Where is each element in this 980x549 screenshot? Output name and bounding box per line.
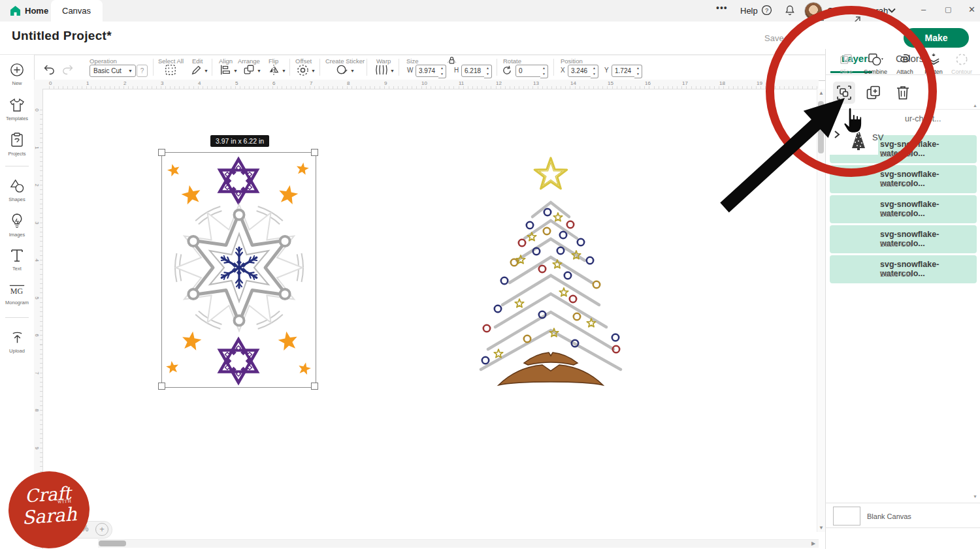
operation-help-button[interactable]: ? [137,65,148,77]
sidebar-item-templates[interactable]: Templates [0,98,34,121]
lightbulb-icon [10,213,24,228]
blank-canvas-swatch[interactable] [833,507,860,525]
layer-row[interactable]: svg-snowflake-watercolo... Basic Cut [830,225,977,253]
panel-scroll-up[interactable]: ▲ [973,103,977,108]
y-label: Y [604,67,609,74]
help-label[interactable]: Help [740,6,758,16]
monogram-icon: MG [8,282,25,296]
selection-handle-bottom-left[interactable] [158,383,165,390]
rotate-input[interactable]: 0 [515,65,541,77]
canvas-horizontal-scrollbar-thumb[interactable] [99,541,126,546]
christmas-tree-design[interactable] [477,155,624,387]
ruler-number: 16 [645,80,651,86]
height-stepper[interactable]: ▲▼ [484,65,492,78]
ruler-number: 4 [198,80,201,86]
ruler-number: 14 [570,80,576,86]
y-input[interactable]: 1.724 [612,65,635,77]
flip-icon[interactable] [268,64,280,76]
home-icon[interactable] [9,5,22,17]
ruler-number: 10 [421,80,427,86]
size-label: Size [406,57,418,65]
arrange-icon[interactable] [243,64,255,76]
tab-canvas-label[interactable]: Canvas [62,6,91,16]
ruler-number: 5 [34,296,40,299]
selection-handle-top-right[interactable] [311,149,318,156]
edit-pencil-icon[interactable] [191,64,203,76]
help-icon[interactable]: ? [761,5,772,16]
ruler-horizontal: 012345678910111213141516171819 [34,80,819,89]
rotate-stepper[interactable]: ▲▼ [540,65,548,78]
ruler-number: 0 [34,108,40,111]
selection-handle-bottom-right[interactable] [311,383,318,390]
sidebar-item-monogram[interactable]: MG Monogram [0,282,34,306]
window-minimize-button[interactable]: – [921,5,926,14]
sidebar-item-text[interactable]: Text [0,248,34,272]
warp-icon[interactable] [375,64,388,76]
ruler-number: 15 [608,80,613,86]
layer-row[interactable]: svg-snowflake-watercolo... Basic Cut [830,255,977,283]
width-stepper[interactable]: ▲▼ [438,65,446,78]
text-icon [10,248,24,262]
clipboard-icon [10,133,24,148]
scroll-down-arrow[interactable]: ▼ [819,525,824,531]
ruler-number: 6 [34,334,40,336]
more-menu-button[interactable]: ••• [716,3,728,13]
ruler-number: 7 [34,371,40,374]
ruler-number: 12 [496,80,502,86]
selection-handle-top-left[interactable] [158,149,165,156]
layer-row[interactable]: svg-snowflake-watercolo... Basic Cut [830,195,977,223]
tab-home[interactable]: Home [25,6,48,16]
sidebar-item-projects[interactable]: Projects [0,133,34,157]
align-caret[interactable]: ▼ [233,69,238,73]
offset-icon[interactable] [297,64,309,76]
ruler-number: 19 [757,80,762,86]
operation-select[interactable]: Basic Cut▼ [90,65,136,77]
ruler-number: 9 [34,447,40,449]
ruler-number: 3 [161,80,163,86]
window-maximize-button[interactable]: ▢ [945,5,951,14]
ruler-number: 5 [235,80,238,86]
edit-caret[interactable]: ▼ [204,69,208,73]
panel-scroll-down[interactable]: ▼ [973,494,977,499]
zoom-in-button[interactable]: + [95,523,108,536]
create-sticker-icon[interactable] [336,64,348,76]
operation-label: Operation [90,57,117,65]
contour-icon [955,53,968,66]
arrange-caret[interactable]: ▼ [257,69,261,73]
contour-button[interactable]: Contour [947,51,976,75]
bell-icon[interactable] [784,4,796,16]
blank-canvas-label: Blank Canvas [867,512,911,520]
chevron-down-icon[interactable] [887,7,896,14]
page-title: Untitled Project* [12,29,112,43]
scroll-right-arrow[interactable]: ▶ [811,541,815,546]
window-close-button[interactable]: ✕ [968,5,975,14]
y-stepper[interactable]: ▲▼ [634,65,642,78]
new-icon [10,63,24,77]
sidebar-item-shapes[interactable]: Shapes [0,179,34,202]
create-sticker-caret[interactable]: ▼ [350,69,355,73]
warp-caret[interactable]: ▼ [390,69,395,73]
x-stepper[interactable]: ▲▼ [591,65,598,78]
canvas-horizontal-scrollbar[interactable] [98,539,819,548]
x-label: X [561,67,565,74]
flip-caret[interactable]: ▼ [282,69,286,73]
undo-icon[interactable] [43,64,56,75]
rotate-icon[interactable] [502,65,512,76]
align-icon[interactable] [220,64,231,76]
select-all-icon[interactable] [165,64,176,76]
x-input[interactable]: 3.246 [568,65,591,77]
sidebar-item-new[interactable]: New [0,63,34,86]
ruler-number: 7 [310,80,312,86]
offset-caret[interactable]: ▼ [311,69,316,73]
position-label: Position [561,57,583,65]
ruler-number: 3 [34,221,40,224]
redo-icon[interactable] [61,64,74,75]
selection-bounding-box[interactable] [161,152,316,388]
lock-icon[interactable] [447,55,457,65]
width-input[interactable]: 3.974 [416,65,439,77]
sidebar-item-upload[interactable]: Upload [0,331,34,354]
height-input[interactable]: 6.218 [461,65,485,77]
svg-text:MG: MG [10,287,24,296]
sidebar-item-images[interactable]: Images [0,213,34,238]
ruler-number: 13 [533,80,539,86]
